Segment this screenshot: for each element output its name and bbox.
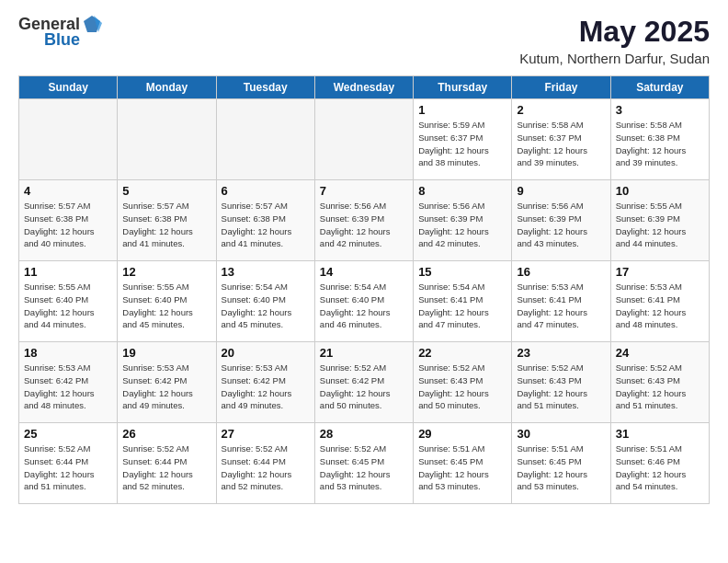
day-info: Sunrise: 5:52 AM Sunset: 6:42 PM Dayligh… [320,362,408,412]
calendar-cell [314,99,413,180]
day-number: 15 [418,265,506,279]
day-number: 7 [320,184,408,198]
day-info: Sunrise: 5:57 AM Sunset: 6:38 PM Dayligh… [222,200,310,250]
day-info: Sunrise: 5:54 AM Sunset: 6:40 PM Dayligh… [320,281,408,331]
calendar-cell: 19Sunrise: 5:53 AM Sunset: 6:42 PM Dayli… [118,342,216,423]
weekday-header: Thursday [414,76,512,99]
weekday-header-row: SundayMondayTuesdayWednesdayThursdayFrid… [19,76,710,99]
calendar-cell: 15Sunrise: 5:54 AM Sunset: 6:41 PM Dayli… [414,261,512,342]
calendar-cell: 9Sunrise: 5:56 AM Sunset: 6:39 PM Daylig… [512,180,610,261]
day-info: Sunrise: 5:53 AM Sunset: 6:41 PM Dayligh… [616,281,704,331]
calendar-week-row: 11Sunrise: 5:55 AM Sunset: 6:40 PM Dayli… [19,261,710,342]
day-number: 8 [418,184,506,198]
calendar-cell: 24Sunrise: 5:52 AM Sunset: 6:43 PM Dayli… [610,342,709,423]
day-info: Sunrise: 5:53 AM Sunset: 6:41 PM Dayligh… [517,281,605,331]
day-number: 29 [418,427,506,441]
day-number: 24 [616,346,704,360]
day-number: 16 [517,265,605,279]
weekday-header: Wednesday [314,76,413,99]
day-number: 13 [222,265,310,279]
calendar-cell [19,99,118,180]
calendar-cell: 6Sunrise: 5:57 AM Sunset: 6:38 PM Daylig… [216,180,314,261]
day-info: Sunrise: 5:51 AM Sunset: 6:45 PM Dayligh… [517,442,605,493]
calendar-cell [216,99,314,180]
weekday-header: Saturday [610,76,709,99]
day-info: Sunrise: 5:52 AM Sunset: 6:43 PM Dayligh… [418,362,506,412]
calendar-cell: 23Sunrise: 5:52 AM Sunset: 6:43 PM Dayli… [512,342,610,423]
day-info: Sunrise: 5:57 AM Sunset: 6:38 PM Dayligh… [122,200,210,250]
day-number: 18 [24,346,112,360]
day-number: 27 [222,427,310,441]
calendar-cell: 28Sunrise: 5:52 AM Sunset: 6:45 PM Dayli… [314,423,413,504]
calendar-cell: 17Sunrise: 5:53 AM Sunset: 6:41 PM Dayli… [610,261,709,342]
calendar-cell: 1Sunrise: 5:59 AM Sunset: 6:37 PM Daylig… [414,99,512,180]
calendar-cell: 18Sunrise: 5:53 AM Sunset: 6:42 PM Dayli… [19,342,118,423]
calendar-cell: 21Sunrise: 5:52 AM Sunset: 6:42 PM Dayli… [314,342,413,423]
day-info: Sunrise: 5:52 AM Sunset: 6:43 PM Dayligh… [616,362,704,412]
day-number: 25 [24,427,112,441]
calendar-week-row: 18Sunrise: 5:53 AM Sunset: 6:42 PM Dayli… [19,342,710,423]
day-info: Sunrise: 5:55 AM Sunset: 6:39 PM Dayligh… [616,200,704,250]
day-info: Sunrise: 5:58 AM Sunset: 6:38 PM Dayligh… [616,119,704,169]
day-number: 11 [24,265,112,279]
month-title: May 2025 [519,15,710,49]
logo: General Blue [18,15,102,50]
day-number: 31 [616,427,704,441]
day-number: 17 [616,265,704,279]
header: General Blue May 2025 Kutum, Northern Da… [18,15,710,66]
calendar-cell: 30Sunrise: 5:51 AM Sunset: 6:45 PM Dayli… [512,423,610,504]
title-block: May 2025 Kutum, Northern Darfur, Sudan [519,15,710,66]
day-number: 22 [418,346,506,360]
day-info: Sunrise: 5:52 AM Sunset: 6:44 PM Dayligh… [24,442,112,493]
day-number: 21 [320,346,408,360]
day-number: 2 [517,103,605,117]
day-number: 28 [320,427,408,441]
page: General Blue May 2025 Kutum, Northern Da… [0,0,728,563]
day-info: Sunrise: 5:53 AM Sunset: 6:42 PM Dayligh… [24,362,112,412]
logo-blue-text: Blue [44,30,80,50]
calendar-cell [118,99,216,180]
calendar-cell: 2Sunrise: 5:58 AM Sunset: 6:37 PM Daylig… [512,99,610,180]
calendar-cell: 20Sunrise: 5:53 AM Sunset: 6:42 PM Dayli… [216,342,314,423]
calendar-cell: 8Sunrise: 5:56 AM Sunset: 6:39 PM Daylig… [414,180,512,261]
day-info: Sunrise: 5:59 AM Sunset: 6:37 PM Dayligh… [418,119,506,169]
weekday-header: Friday [512,76,610,99]
day-info: Sunrise: 5:58 AM Sunset: 6:37 PM Dayligh… [517,119,605,169]
day-number: 26 [122,427,210,441]
calendar-cell: 13Sunrise: 5:54 AM Sunset: 6:40 PM Dayli… [216,261,314,342]
calendar-cell: 14Sunrise: 5:54 AM Sunset: 6:40 PM Dayli… [314,261,413,342]
logo-icon [82,14,102,34]
weekday-header: Monday [118,76,216,99]
day-info: Sunrise: 5:54 AM Sunset: 6:41 PM Dayligh… [418,281,506,331]
day-info: Sunrise: 5:52 AM Sunset: 6:45 PM Dayligh… [320,442,408,493]
day-number: 1 [418,103,506,117]
calendar-cell: 5Sunrise: 5:57 AM Sunset: 6:38 PM Daylig… [118,180,216,261]
calendar-cell: 26Sunrise: 5:52 AM Sunset: 6:44 PM Dayli… [118,423,216,504]
calendar-cell: 29Sunrise: 5:51 AM Sunset: 6:45 PM Dayli… [414,423,512,504]
day-info: Sunrise: 5:56 AM Sunset: 6:39 PM Dayligh… [517,200,605,250]
day-number: 3 [616,103,704,117]
day-info: Sunrise: 5:53 AM Sunset: 6:42 PM Dayligh… [122,362,210,412]
day-info: Sunrise: 5:56 AM Sunset: 6:39 PM Dayligh… [320,200,408,250]
day-info: Sunrise: 5:56 AM Sunset: 6:39 PM Dayligh… [418,200,506,250]
calendar-cell: 3Sunrise: 5:58 AM Sunset: 6:38 PM Daylig… [610,99,709,180]
calendar-cell: 22Sunrise: 5:52 AM Sunset: 6:43 PM Dayli… [414,342,512,423]
calendar-cell: 10Sunrise: 5:55 AM Sunset: 6:39 PM Dayli… [610,180,709,261]
calendar-week-row: 1Sunrise: 5:59 AM Sunset: 6:37 PM Daylig… [19,99,710,180]
calendar-cell: 31Sunrise: 5:51 AM Sunset: 6:46 PM Dayli… [610,423,709,504]
day-info: Sunrise: 5:53 AM Sunset: 6:42 PM Dayligh… [222,362,310,412]
day-number: 20 [222,346,310,360]
day-number: 9 [517,184,605,198]
day-number: 4 [24,184,112,198]
weekday-header: Sunday [19,76,118,99]
calendar-cell: 27Sunrise: 5:52 AM Sunset: 6:44 PM Dayli… [216,423,314,504]
day-number: 6 [222,184,310,198]
day-number: 19 [122,346,210,360]
day-info: Sunrise: 5:55 AM Sunset: 6:40 PM Dayligh… [24,281,112,331]
day-number: 23 [517,346,605,360]
calendar-week-row: 25Sunrise: 5:52 AM Sunset: 6:44 PM Dayli… [19,423,710,504]
calendar-cell: 11Sunrise: 5:55 AM Sunset: 6:40 PM Dayli… [19,261,118,342]
day-info: Sunrise: 5:51 AM Sunset: 6:46 PM Dayligh… [616,442,704,493]
calendar-cell: 4Sunrise: 5:57 AM Sunset: 6:38 PM Daylig… [19,180,118,261]
day-info: Sunrise: 5:52 AM Sunset: 6:44 PM Dayligh… [122,442,210,493]
